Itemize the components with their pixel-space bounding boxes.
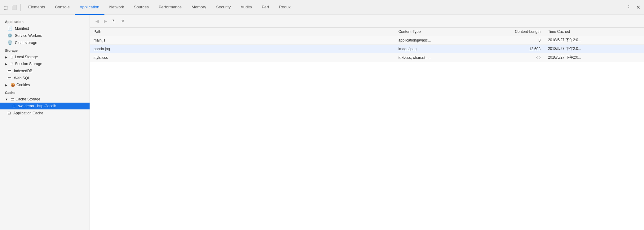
sidebar-item-label: Cache Storage — [15, 97, 40, 101]
main-area: Application 📄 Manifest ⚙️ Service Worker… — [0, 15, 644, 230]
sidebar: Application 📄 Manifest ⚙️ Service Worker… — [0, 15, 90, 230]
tab-console[interactable]: Console — [50, 0, 75, 15]
clear-button[interactable]: ✕ — [119, 17, 126, 25]
close-devtools-icon[interactable]: ✕ — [635, 3, 642, 11]
sidebar-item-sw-demo[interactable]: ⊞ sw_demo - http://localh — [0, 103, 90, 109]
session-storage-icon: ⊞ — [11, 62, 14, 66]
cell-content_length: 0 — [478, 36, 545, 45]
local-storage-icon: ⊞ — [11, 55, 14, 59]
sidebar-item-label: Application Cache — [13, 111, 43, 115]
sidebar-item-label: IndexedDB — [14, 69, 32, 73]
cell-content_length: 69 — [478, 53, 545, 62]
sidebar-item-service-workers[interactable]: ⚙️ Service Workers — [0, 32, 90, 39]
content-area: ◀ ▶ ↻ ✕ Path Content-Type Content-Length… — [90, 15, 644, 230]
inspect-icon[interactable]: ⬚ — [2, 4, 9, 11]
tab-sources[interactable]: Sources — [129, 0, 154, 15]
tab-memory[interactable]: Memory — [187, 0, 211, 15]
cell-path: panda.jpg — [90, 45, 395, 53]
sidebar-item-clear-storage[interactable]: 🗑️ Clear storage — [0, 39, 90, 46]
tab-audits[interactable]: Audits — [236, 0, 257, 15]
sidebar-item-manifest[interactable]: 📄 Manifest — [0, 25, 90, 32]
cell-content_length: 12,608 — [478, 45, 545, 53]
expand-arrow-expanded-icon: ▼ — [5, 98, 9, 101]
cache-table: Path Content-Type Content-Length Time Ca… — [90, 28, 644, 230]
tab-bar: ⬚ ⬜ Elements Console Application Network… — [0, 0, 644, 15]
tab-performance[interactable]: Performance — [154, 0, 187, 15]
sidebar-item-web-sql[interactable]: 🗃 Web SQL — [0, 74, 90, 82]
storage-section-label: Storage — [0, 46, 90, 54]
sidebar-item-cookies[interactable]: ▶ 🍪 Cookies — [0, 82, 90, 88]
tab-perf[interactable]: Perf — [257, 0, 274, 15]
sidebar-item-session-storage[interactable]: ▶ ⊞ Session Storage — [0, 60, 90, 67]
sidebar-item-label: Web SQL — [14, 76, 30, 80]
col-header-content-length: Content-Length — [478, 28, 545, 36]
cell-time_cached: 2018/5/27 下午2:0... — [544, 53, 644, 62]
table-row[interactable]: main.jsapplication/javasc...02018/5/27 下… — [90, 36, 644, 45]
cell-path: main.js — [90, 36, 395, 45]
col-header-content-type: Content-Type — [395, 28, 478, 36]
devtools-icons: ⬚ ⬜ — [2, 4, 21, 11]
table-header-row: Path Content-Type Content-Length Time Ca… — [90, 28, 644, 36]
sidebar-item-label: sw_demo - http://localh — [18, 104, 56, 108]
indexeddb-icon: 🗃 — [7, 69, 11, 73]
sidebar-item-label: Cookies — [16, 83, 30, 87]
forward-button[interactable]: ▶ — [102, 17, 109, 25]
sidebar-item-label: Service Workers — [15, 33, 42, 38]
service-workers-icon: ⚙️ — [7, 33, 12, 38]
cookies-icon: 🍪 — [11, 83, 15, 87]
cache-section-label: Cache — [0, 88, 90, 96]
sidebar-item-indexeddb[interactable]: 🗃 IndexedDB — [0, 67, 90, 74]
cell-time_cached: 2018/5/27 下午2:0... — [544, 36, 644, 45]
clear-storage-icon: 🗑️ — [7, 40, 12, 45]
sidebar-item-label: Manifest — [15, 26, 29, 31]
application-cache-icon: ⊞ — [7, 111, 11, 115]
tab-elements[interactable]: Elements — [23, 0, 50, 15]
sw-demo-icon: ⊞ — [12, 104, 15, 108]
expand-arrow-icon: ▶ — [5, 55, 9, 59]
application-section-label: Application — [0, 17, 90, 25]
cell-time_cached: 2018/5/27 下午2:0... — [544, 45, 644, 53]
expand-arrow-icon: ▶ — [5, 62, 9, 66]
col-header-time-cached: Time Cached — [544, 28, 644, 36]
refresh-button[interactable]: ↻ — [110, 17, 118, 25]
expand-arrow-icon: ▶ — [5, 83, 9, 87]
sidebar-item-label: Local Storage — [15, 55, 38, 59]
col-header-path: Path — [90, 28, 395, 36]
cache-data-table: Path Content-Type Content-Length Time Ca… — [90, 28, 644, 62]
sidebar-item-label: Session Storage — [15, 62, 42, 66]
sidebar-item-local-storage[interactable]: ▶ ⊞ Local Storage — [0, 54, 90, 60]
tab-redux[interactable]: Redux — [274, 0, 296, 15]
back-button[interactable]: ◀ — [94, 17, 101, 25]
sidebar-item-label: Clear storage — [15, 41, 37, 45]
cell-content_type: image/jpeg — [395, 45, 478, 53]
table-row[interactable]: style.csstext/css; charset=...692018/5/2… — [90, 53, 644, 62]
sidebar-item-application-cache[interactable]: ⊞ Application Cache — [0, 109, 90, 117]
tab-application[interactable]: Application — [75, 0, 104, 15]
web-sql-icon: 🗃 — [7, 76, 11, 80]
more-options-icon[interactable]: ⋮ — [625, 3, 633, 11]
cell-content_type: text/css; charset=... — [395, 53, 478, 62]
manifest-icon: 📄 — [7, 26, 12, 31]
cell-content_type: application/javasc... — [395, 36, 478, 45]
cache-storage-icon: 🗃 — [11, 97, 14, 101]
tab-end-icons: ⋮ ✕ — [625, 3, 642, 11]
table-row[interactable]: panda.jpgimage/jpeg12,6082018/5/27 下午2:0… — [90, 45, 644, 53]
sidebar-item-cache-storage[interactable]: ▼ 🗃 Cache Storage — [0, 96, 90, 103]
tab-security[interactable]: Security — [211, 0, 236, 15]
cell-path: style.css — [90, 53, 395, 62]
content-toolbar: ◀ ▶ ↻ ✕ — [90, 15, 644, 28]
tab-network[interactable]: Network — [104, 0, 129, 15]
device-icon[interactable]: ⬜ — [10, 4, 18, 11]
